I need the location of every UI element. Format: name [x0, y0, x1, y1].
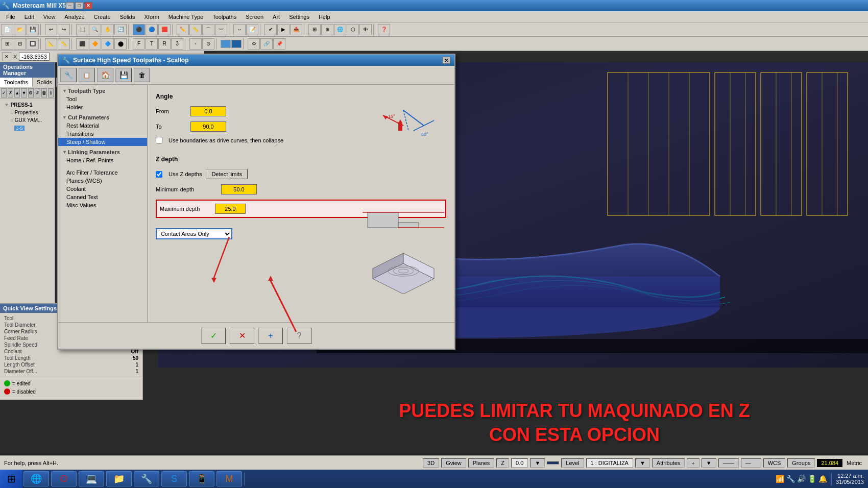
t2-btn2[interactable]: ⊟: [14, 38, 26, 50]
grid-btn[interactable]: ⊞: [308, 24, 321, 35]
ops-move-up[interactable]: ▲: [14, 88, 20, 97]
tree-item-press1[interactable]: ▼ PRESS-1: [2, 101, 53, 109]
start-button[interactable]: ⊞: [0, 470, 22, 488]
use-z-depths-checkbox[interactable]: [156, 171, 162, 178]
nav-item-misc-values[interactable]: Misc Values: [58, 201, 147, 209]
color-swatch[interactable]: [547, 461, 559, 465]
tab-solids[interactable]: Solids: [33, 78, 57, 87]
menu-xform[interactable]: Xform: [140, 13, 163, 21]
ops-uncheck-all[interactable]: ✗: [8, 88, 13, 97]
z-dropdown-btn[interactable]: ▼: [530, 458, 545, 468]
menu-solids[interactable]: Solids: [116, 13, 139, 21]
dialog-help-button[interactable]: ?: [287, 328, 311, 344]
note-btn[interactable]: 📝: [246, 24, 258, 35]
dialog-add-button[interactable]: +: [258, 328, 283, 344]
dialog-ok-button[interactable]: ✓: [201, 328, 226, 344]
coord-close[interactable]: ✕: [2, 52, 11, 61]
dialog-tb-home[interactable]: 🏠: [97, 68, 113, 82]
tray-volume[interactable]: 🔊: [797, 475, 806, 483]
level-dropdown-btn[interactable]: ▼: [635, 458, 650, 468]
t2-btn8[interactable]: 🔷: [102, 38, 114, 50]
nav-item-coolant[interactable]: Coolant: [58, 185, 147, 193]
gview-btn[interactable]: Gview: [441, 458, 466, 468]
nav-item-tool[interactable]: Tool: [58, 95, 147, 103]
menu-edit[interactable]: Edit: [20, 13, 38, 21]
line-btn[interactable]: 📏: [189, 24, 202, 35]
wireframe-btn[interactable]: ⬡: [347, 24, 359, 35]
t2-btn4[interactable]: 📐: [45, 38, 57, 50]
wcs-btn[interactable]: WCS: [763, 458, 786, 468]
tree-item-1s[interactable]: 1-S: [2, 124, 53, 132]
dimension-btn[interactable]: ↔: [233, 24, 246, 35]
nav-item-transitions[interactable]: Transitions: [58, 130, 147, 138]
tray-mastercam[interactable]: 🔧: [786, 475, 795, 483]
contact-areas-dropdown[interactable]: Contact Areas Only All Areas Steep Areas…: [156, 228, 232, 239]
pan-btn[interactable]: ✋: [102, 24, 114, 35]
nav-item-rest-material[interactable]: Rest Material: [58, 121, 147, 130]
ops-check-all[interactable]: ✓: [1, 88, 7, 97]
spline-btn[interactable]: 〰: [215, 24, 227, 35]
draw-btn[interactable]: ✏️: [177, 24, 189, 35]
tray-network[interactable]: 📶: [776, 475, 784, 483]
new-btn[interactable]: 📄: [1, 24, 13, 35]
dialog-tb-tool[interactable]: 🔧: [60, 68, 77, 82]
attr-dropdown-btn[interactable]: ▼: [702, 458, 716, 468]
ops-settings[interactable]: ⚙: [28, 88, 34, 97]
t2-color2[interactable]: [231, 40, 242, 48]
cube-btn[interactable]: 🟥: [158, 24, 171, 35]
level-value[interactable]: 1 : DIGITALIZA: [586, 458, 633, 468]
nav-item-home-ref[interactable]: Home / Ref. Points: [58, 156, 147, 164]
taskbar-folder[interactable]: 📁: [106, 471, 132, 486]
taskbar-explorer[interactable]: 💻: [79, 471, 104, 486]
t2-snap2[interactable]: ⊙: [202, 38, 214, 50]
menu-machine-type[interactable]: Machine Type: [164, 13, 207, 21]
menu-art[interactable]: Art: [269, 13, 284, 21]
nav-item-arc-filter[interactable]: Arc Filter / Tolerance: [58, 168, 147, 177]
tree-item-guxyam[interactable]: ○ GUX YAM...: [2, 116, 53, 124]
select-btn[interactable]: ⬚: [76, 24, 88, 35]
ops-move-down[interactable]: ▼: [21, 88, 27, 97]
max-depth-input[interactable]: [215, 204, 246, 214]
maximize-button[interactable]: □: [75, 2, 83, 9]
shading-btn[interactable]: 🌐: [334, 24, 346, 35]
t2-snap1[interactable]: ◦: [189, 38, 202, 50]
groups-btn[interactable]: Groups: [787, 458, 815, 468]
open-btn[interactable]: 📂: [14, 24, 26, 35]
t2-btn7[interactable]: 🔶: [89, 38, 101, 50]
tray-notify[interactable]: 🔔: [818, 475, 827, 483]
nav-item-holder[interactable]: Holder: [58, 103, 147, 111]
taskbar-ie[interactable]: 🌐: [23, 471, 49, 486]
dialog-tb-delete[interactable]: 🗑: [134, 68, 150, 82]
planes-btn[interactable]: Planes: [468, 458, 495, 468]
mode-3d[interactable]: 3D: [423, 458, 439, 468]
menu-toolpaths[interactable]: Toolpaths: [208, 13, 240, 21]
zoom-btn[interactable]: 🔍: [89, 24, 101, 35]
z-value-input[interactable]: 0.0: [511, 458, 528, 468]
minimize-button[interactable]: ─: [66, 2, 74, 9]
min-depth-input[interactable]: [221, 184, 257, 194]
t2-extra3[interactable]: 📌: [273, 38, 285, 50]
ops-delete[interactable]: 🗑: [41, 88, 47, 97]
t2-extra1[interactable]: ⚙: [248, 38, 260, 50]
attr-plus-btn[interactable]: +: [687, 458, 699, 468]
taskbar-app1[interactable]: 🔧: [134, 471, 159, 486]
dialog-tb-save[interactable]: 💾: [115, 68, 132, 82]
menu-analyze[interactable]: Analyze: [60, 13, 88, 21]
t2-color1[interactable]: [221, 40, 231, 48]
tab-toolpaths[interactable]: Toolpaths: [0, 78, 33, 87]
menu-help[interactable]: Help: [315, 13, 334, 21]
verify-btn[interactable]: ✔: [264, 24, 277, 35]
menu-settings[interactable]: Settings: [285, 13, 314, 21]
detect-limits-button[interactable]: Detect limits: [206, 169, 248, 179]
t2-extra2[interactable]: 🔗: [260, 38, 273, 50]
redo-btn[interactable]: ↪: [58, 24, 70, 35]
t2-view1[interactable]: F: [133, 38, 145, 50]
t2-btn6[interactable]: ⬛: [76, 38, 88, 50]
save-btn[interactable]: 💾: [27, 24, 39, 35]
rotate-btn[interactable]: 🔄: [114, 24, 127, 35]
menu-file[interactable]: File: [2, 13, 19, 21]
menu-screen[interactable]: Screen: [242, 13, 268, 21]
nav-item-steep-shallow[interactable]: Steep / Shallow: [58, 138, 147, 146]
t2-btn1[interactable]: ⊞: [1, 38, 13, 50]
dialog-cancel-button[interactable]: ✕: [230, 328, 254, 344]
